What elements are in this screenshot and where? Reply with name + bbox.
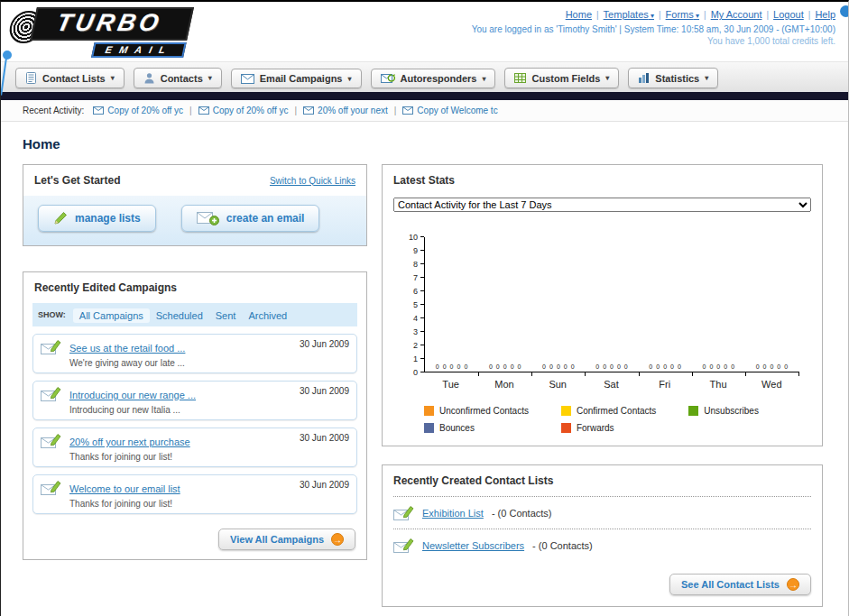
campaign-item[interactable]: 20% off your next purchaseThanks for joi…	[32, 428, 357, 467]
value-labels: 00000	[639, 363, 692, 370]
chevron-down-icon: ▾	[208, 74, 212, 82]
recent-activity-item[interactable]: Copy of 20% off yc	[198, 106, 289, 115]
envelope-icon	[303, 106, 314, 115]
recent-activity-item[interactable]: 20% off your next	[303, 106, 388, 115]
tab-contact-lists[interactable]: Contact Lists▾	[15, 68, 125, 88]
contact-list-detail: - (0 Contacts)	[492, 508, 552, 519]
value-label: 0	[457, 363, 461, 370]
see-all-contact-lists-button[interactable]: See All Contact Lists →	[669, 574, 811, 595]
y-axis-tick	[420, 317, 424, 318]
tab-autoresponders[interactable]: Autoresponders▾	[371, 69, 496, 88]
recent-activity-item-label: 20% off your next	[318, 106, 388, 115]
x-tick-label: Mon	[477, 372, 531, 390]
recent-activity-separator: |	[189, 106, 192, 115]
x-tick-label: Wed	[745, 372, 798, 390]
recent-activity-item[interactable]: Copy of 20% off yc	[93, 106, 183, 115]
recent-activity-item[interactable]: Copy of Welcome tc	[402, 106, 497, 115]
campaign-item[interactable]: Welcome to our email listThanks for join…	[32, 474, 357, 514]
filter-archived[interactable]: Archived	[242, 308, 293, 323]
filter-all-campaigns[interactable]: All Campaigns	[73, 308, 150, 323]
chart-grid: 109876543210 000000000000000000000000000…	[401, 237, 811, 372]
chart-column: 00000	[585, 237, 638, 372]
value-label: 0	[464, 363, 467, 370]
y-axis-label: 9	[413, 246, 418, 255]
chart-column: 00000	[478, 237, 531, 372]
y-axis-label: 7	[413, 273, 418, 282]
filter-sent[interactable]: Sent	[209, 308, 243, 323]
campaign-subtitle: Introducing our new Italia ...	[69, 405, 291, 415]
chart-column: 00000	[639, 237, 692, 372]
value-label: 0	[595, 363, 599, 370]
campaign-subtitle: Thanks for joining our list!	[69, 452, 291, 462]
see-all-contact-lists-label: See All Contact Lists	[681, 579, 780, 590]
envelope-plus-icon	[197, 211, 219, 225]
value-label: 0	[617, 363, 621, 370]
tab-email-campaigns[interactable]: Email Campaigns▾	[231, 69, 362, 88]
switch-quick-links-link[interactable]: Switch to Quick Links	[270, 176, 355, 186]
envelope-pencil-icon	[393, 505, 414, 520]
main-content: Home Let's Get Started Switch to Quick L…	[1, 122, 848, 616]
legend-label: Forwards	[577, 423, 614, 433]
value-label: 0	[549, 363, 553, 370]
y-axis-tick	[420, 236, 424, 237]
campaign-item[interactable]: Introducing our new range ...Introducing…	[32, 381, 357, 420]
latest-stats-header: Latest Stats	[383, 165, 822, 196]
value-label: 0	[709, 363, 713, 370]
contact-list-item[interactable]: Exhibition List - (0 Contacts)	[383, 497, 822, 529]
chevron-down-icon: ▾	[605, 74, 609, 82]
x-axis-tick	[585, 372, 586, 376]
get-started-header: Let's Get Started Switch to Quick Links	[23, 165, 366, 196]
campaigns-title: Recently Edited Campaigns	[34, 281, 177, 294]
logo-swoosh-dot	[3, 51, 12, 60]
value-labels: 00000	[692, 363, 745, 370]
header-edge-dot	[840, 5, 849, 17]
campaign-subtitle: We're giving away our late ...	[69, 358, 291, 368]
view-all-campaigns-button[interactable]: View All Campaigns →	[218, 529, 355, 550]
contact-list-name-link[interactable]: Newsletter Subscribers	[422, 540, 524, 551]
y-axis-tick	[420, 290, 424, 291]
nav-link-my-account[interactable]: My Account	[711, 9, 762, 20]
manage-lists-button[interactable]: manage lists	[38, 205, 156, 232]
campaign-item[interactable]: See us at the retail food ...We're givin…	[32, 334, 357, 373]
value-label: 0	[436, 363, 439, 370]
contact-list-name-link[interactable]: Exhibition List	[422, 508, 484, 519]
chart-column: 00000	[692, 237, 745, 372]
create-email-button[interactable]: create an email	[181, 205, 320, 232]
campaign-title-link[interactable]: Introducing our new range ...	[69, 390, 196, 400]
stats-range-select[interactable]: Contact Activity for the Last 7 Days	[393, 198, 811, 212]
y-axis-label: 5	[413, 300, 418, 309]
campaign-filters: All CampaignsScheduledSentArchived	[73, 307, 293, 323]
x-axis-tick	[639, 372, 640, 376]
tab-contacts[interactable]: Contacts▾	[134, 68, 222, 88]
recent-activity-item-label: Copy of 20% off yc	[107, 106, 183, 115]
nav-link-home[interactable]: Home	[566, 9, 592, 20]
campaign-text: 20% off your next purchaseThanks for joi…	[69, 433, 291, 462]
contact-list-item[interactable]: Newsletter Subscribers - (0 Contacts)	[383, 529, 822, 561]
value-label: 0	[450, 363, 454, 370]
legend-item: Unsubscribes	[688, 406, 759, 416]
tab-statistics[interactable]: Statistics▾	[628, 68, 718, 88]
arrow-circle-icon: →	[331, 533, 344, 546]
tab-custom-fields[interactable]: Custom Fields▾	[504, 68, 619, 88]
value-label: 0	[756, 363, 760, 370]
y-axis-tick	[420, 331, 424, 332]
campaign-title-link[interactable]: Welcome to our email list	[69, 483, 180, 494]
recent-activity-label: Recent Activity:	[23, 106, 84, 115]
value-label: 0	[564, 363, 568, 370]
value-labels: 00000	[745, 363, 798, 370]
y-axis-tick	[420, 250, 424, 251]
chart-legend: Unconfirmed ContactsConfirmed ContactsUn…	[424, 406, 811, 433]
campaign-title-link[interactable]: 20% off your next purchase	[69, 437, 190, 447]
recent-activity-separator: |	[394, 106, 397, 115]
nav-link-templates[interactable]: Templates ▾	[604, 9, 654, 20]
value-label: 0	[724, 363, 727, 370]
nav-link-logout[interactable]: Logout	[773, 9, 804, 20]
y-axis-label: 3	[413, 327, 418, 336]
campaigns-footer: View All Campaigns →	[23, 521, 366, 559]
filter-scheduled[interactable]: Scheduled	[150, 308, 209, 323]
show-label: SHOW:	[38, 310, 66, 319]
campaign-title-link[interactable]: See us at the retail food ...	[69, 343, 185, 354]
nav-link-forms[interactable]: Forms ▾	[666, 9, 699, 20]
nav-link-help[interactable]: Help	[815, 9, 835, 20]
latest-stats-body: Contact Activity for the Last 7 Days 109…	[383, 196, 822, 446]
